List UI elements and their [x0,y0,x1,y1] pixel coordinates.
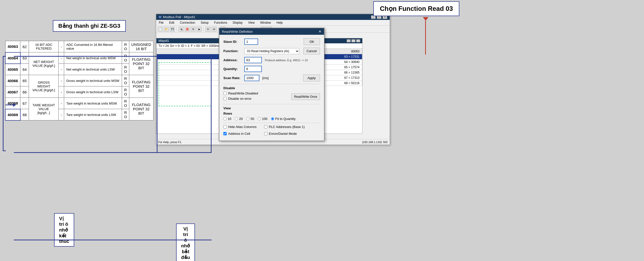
num-cell: 63 [20,52,29,64]
blue-line-bottom [14,152,212,153]
table-row: 40068 67 TARE WEIGHTVALUE[kg/g/t...] - T… [5,98,153,109]
slave-id-row: Slave ID: OK [223,38,320,45]
quantity-row: Quantity: [223,66,320,72]
rw-cell: RO [122,52,129,64]
help-text: For Help, press F1. [158,141,182,144]
rows-20: 20 [235,117,243,121]
dash-cell: - [59,98,64,109]
disable-error-row: Disable on error [223,97,258,101]
scanrate-input[interactable] [244,75,259,81]
function-row: Function: 03 Read Holding Registers (4x)… [223,48,320,54]
slave-id-label: Slave ID: [223,40,242,44]
mdi-maximize[interactable]: □ [351,39,355,42]
desc-cell: Gross weight in technical units MSW [64,75,122,86]
toolbar-read[interactable]: R [206,27,211,32]
rows-section-label: Rows [223,112,320,115]
num-cell: 65 [20,75,29,86]
titlebar-text: M Modbus Poll - Mbpoll1 [159,15,195,19]
desc-cell: Gross weight in technical units LSW [64,86,122,98]
menu-file[interactable]: File [158,20,165,25]
quantity-label: Quantity: [223,67,242,71]
table-row: 40063 62 16 BIT ADCFILTERED - ADC Conver… [5,41,153,52]
toolbar-new[interactable]: 📄 [158,27,163,32]
blue-line-left [157,56,157,153]
quantity-input[interactable] [244,66,262,72]
toolbar-btn3[interactable]: ⚙ [191,27,196,32]
rows-20-radio[interactable] [235,117,238,120]
menu-display[interactable]: Display [232,20,244,25]
addr-cell: 40066 [5,75,20,86]
hide-alias-checkbox[interactable] [223,125,227,128]
rows-10-radio[interactable] [223,117,227,120]
rw-disabled-checkbox[interactable] [223,92,227,95]
toolbar-save[interactable]: 💾 [170,27,175,32]
rw-cell: RO [122,75,129,86]
table-row: 40066 65 GROSS WEIGHTVALUE [Kg/g/t.] - G… [5,75,153,86]
plc-addresses-checkbox[interactable] [264,125,267,128]
right-checks: PLC Addresses (Base 1) Enron/Daniel Mode [264,125,305,137]
function-label: Function: [223,49,242,53]
window-titlebar: M Modbus Poll - Mbpoll1 _ □ ✕ [156,14,390,20]
apply-button[interactable]: Apply [303,75,320,81]
mdi-window-controls[interactable]: _ □ ✕ [347,39,360,42]
menu-view[interactable]: View [247,20,256,25]
rw-once-button[interactable]: Read/Write Once [291,93,320,100]
bracket-arrow [6,103,16,107]
toolbar-btn4[interactable]: ▶ [197,27,202,32]
callout-box: Chọn Function Read 03 [373,1,459,16]
table-title: Bảng thanh ghi ZE-SG3 [53,20,126,32]
rows-10: 10 [223,117,231,121]
rw-close-button[interactable]: ✕ [318,29,321,34]
start-memory-label: Vị trí ô nhớ bắt đầu đọc [176,223,195,261]
disable-error-checkbox[interactable] [223,97,227,100]
address-in-cell-checkbox[interactable] [223,132,227,135]
dash-cell: - [59,86,64,98]
name-cell: GROSS WEIGHTVALUE [Kg/g/t.] [29,75,59,98]
enron-checkbox[interactable] [264,132,267,135]
hide-alias-row: Hide Alias Columns [223,125,257,129]
slave-id-input[interactable] [244,39,258,45]
menu-connection[interactable]: Connection [179,20,196,25]
cancel-button[interactable]: Cancel [303,48,320,54]
start-memory-label-box: Vị trí ô nhớ bắt đầu đọc [176,243,185,248]
desc-cell: Net weight in technical units MSW [64,52,122,64]
blue-line-top [14,56,157,57]
menu-bar: File Edit Connection Setup Functions Dis… [156,20,390,26]
rows-fit-radio[interactable] [271,117,274,120]
menu-functions[interactable]: Functions [213,20,228,25]
toolbar-connect[interactable]: 🔌 [179,27,184,32]
desc-cell: Tare weight in technical units MSW [64,98,122,109]
menu-edit[interactable]: Edit [168,20,175,25]
plc-addresses-row: PLC Addresses (Base 1) [264,125,305,129]
toolbar-sep1 [177,27,177,31]
addr-cell: 40063 [5,41,20,52]
mdi-minimize[interactable]: _ [347,39,351,42]
menu-setup[interactable]: Setup [200,20,210,25]
toolbar-write[interactable]: W [212,27,217,32]
desc-cell: Tare weight in technical units LSW [64,109,122,120]
num-cell: 64 [20,64,29,75]
menu-help[interactable]: Help [275,20,284,25]
rw-cell: RO [122,41,129,52]
rows-100-label: 100 [262,117,267,121]
num-cell: 68 [20,109,29,120]
addr-cell-40069: 40069 [5,109,20,120]
rows-100-radio[interactable] [258,117,261,120]
menu-window[interactable]: Window [259,20,272,25]
rows-50-radio[interactable] [246,117,250,120]
rw-cell: RO [122,109,129,120]
rw-dialog-title: Read/Write Definition [222,30,253,34]
mdi-close[interactable]: ✕ [356,39,360,42]
addr-cell: 40065 [5,64,20,75]
ok-button[interactable]: OK [304,38,320,45]
register-table: 40063 62 16 BIT ADCFILTERED - ADC Conver… [5,41,153,121]
address-in-cell-row: Address in Cell [223,132,257,136]
toolbar-disconnect[interactable]: ⛔ [185,27,190,32]
rw-dialog-body: Slave ID: OK Function: 03 Read Holding R… [219,35,324,141]
function-select[interactable]: 03 Read Holding Registers (4x) [244,48,299,54]
app-icon: M [159,15,162,19]
toolbar-open[interactable]: 📂 [164,27,169,32]
address-input[interactable] [244,57,262,63]
enron-row: Enron/Daniel Mode [264,132,305,136]
dash-cell: - [59,64,64,75]
